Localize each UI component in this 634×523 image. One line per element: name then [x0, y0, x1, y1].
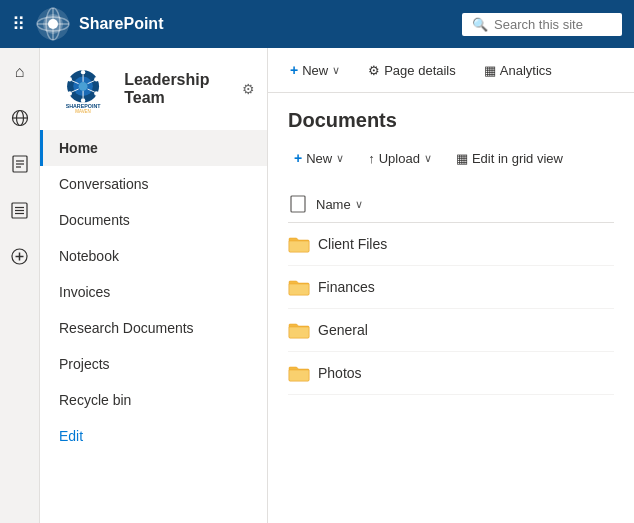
file-row-general[interactable]: General — [288, 309, 614, 352]
site-title-area: Leadership Team ⚙ — [124, 71, 255, 107]
main-area: ⌂ — [0, 48, 634, 523]
file-list-header: Name ∨ — [288, 186, 614, 223]
app-title: SharePoint — [79, 15, 462, 33]
search-icon: 🔍 — [472, 17, 488, 32]
folder-icon-client-files — [288, 233, 310, 255]
site-title: Leadership Team — [124, 71, 238, 107]
sidebar-item-research-documents[interactable]: Research Documents — [40, 310, 267, 346]
svg-point-27 — [94, 77, 98, 81]
svg-text:MAVEN: MAVEN — [75, 109, 90, 114]
name-column-label: Name — [316, 197, 351, 212]
top-nav: ⠿ SharePoint 🔍 — [0, 0, 634, 48]
nav-items: Home Conversations Documents Notebook In… — [40, 130, 267, 454]
sharepoint-logo — [35, 6, 71, 42]
file-row-finances[interactable]: Finances — [288, 266, 614, 309]
search-input[interactable] — [494, 17, 614, 32]
site-settings-icon[interactable]: ⚙ — [242, 81, 255, 97]
file-name-general: General — [318, 322, 368, 338]
svg-text:SHAREPOINT: SHAREPOINT — [66, 103, 102, 109]
documents-section-title: Documents — [288, 109, 614, 132]
sharepoint-maven-logo: SHAREPOINT MAVEN — [52, 64, 114, 114]
page-new-label: New — [302, 63, 328, 78]
sidebar-item-invoices[interactable]: Invoices — [40, 274, 267, 310]
file-name-photos: Photos — [318, 365, 362, 381]
gear-page-icon: ⚙ — [368, 63, 380, 78]
sidebar-item-notebook[interactable]: Notebook — [40, 238, 267, 274]
svg-point-24 — [81, 70, 85, 74]
file-type-header-icon — [288, 194, 308, 214]
doc-upload-button[interactable]: ↑ Upload ∨ — [362, 147, 438, 170]
app-launcher-icon[interactable]: ⠿ — [12, 13, 25, 35]
analytics-label: Analytics — [500, 63, 552, 78]
grid-icon: ▦ — [456, 151, 468, 166]
documents-section: Documents + New ∨ ↑ Upload ∨ ▦ Edit in g… — [268, 93, 634, 523]
folder-icon-photos — [288, 362, 310, 384]
plus-icon: + — [290, 62, 298, 78]
svg-point-28 — [68, 91, 72, 95]
checklist-rail-icon[interactable] — [6, 196, 34, 224]
file-name-client-files: Client Files — [318, 236, 387, 252]
doc-upload-label: Upload — [379, 151, 420, 166]
sidebar-item-conversations[interactable]: Conversations — [40, 166, 267, 202]
globe-rail-icon[interactable] — [6, 104, 34, 132]
upload-icon: ↑ — [368, 151, 375, 166]
analytics-button[interactable]: ▦ Analytics — [478, 59, 558, 82]
svg-rect-38 — [291, 196, 305, 212]
doc-plus-icon: + — [294, 150, 302, 166]
new-chevron-icon: ∨ — [332, 64, 340, 77]
file-name-finances: Finances — [318, 279, 375, 295]
sidebar-logo-area: SHAREPOINT MAVEN Leadership Team ⚙ — [40, 48, 267, 130]
file-row-client-files[interactable]: Client Files — [288, 223, 614, 266]
name-sort-icon: ∨ — [355, 198, 363, 211]
analytics-icon: ▦ — [484, 63, 496, 78]
page-details-label: Page details — [384, 63, 456, 78]
svg-point-23 — [79, 82, 88, 91]
content-area: + New ∨ ⚙ Page details ▦ Analytics Docum… — [268, 48, 634, 523]
icon-rail: ⌂ — [0, 48, 40, 523]
folder-icon-finances — [288, 276, 310, 298]
home-rail-icon[interactable]: ⌂ — [6, 58, 34, 86]
doc-new-chevron-icon: ∨ — [336, 152, 344, 165]
upload-chevron-icon: ∨ — [424, 152, 432, 165]
doc-toolbar: + New ∨ ↑ Upload ∨ ▦ Edit in grid view — [288, 146, 614, 170]
document-rail-icon[interactable] — [6, 150, 34, 178]
doc-new-button[interactable]: + New ∨ — [288, 146, 350, 170]
sidebar-item-edit[interactable]: Edit — [40, 418, 267, 454]
doc-edit-grid-label: Edit in grid view — [472, 151, 563, 166]
file-row-photos[interactable]: Photos — [288, 352, 614, 395]
page-details-button[interactable]: ⚙ Page details — [362, 59, 462, 82]
sidebar-item-projects[interactable]: Projects — [40, 346, 267, 382]
doc-new-label: New — [306, 151, 332, 166]
page-new-button[interactable]: + New ∨ — [284, 58, 346, 82]
svg-point-29 — [94, 91, 98, 95]
name-column-header[interactable]: Name ∨ — [316, 197, 363, 212]
sidebar-item-home[interactable]: Home — [40, 130, 267, 166]
svg-point-26 — [68, 77, 72, 81]
page-toolbar: + New ∨ ⚙ Page details ▦ Analytics — [268, 48, 634, 93]
sidebar-item-documents[interactable]: Documents — [40, 202, 267, 238]
sidebar: SHAREPOINT MAVEN Leadership Team ⚙ Home … — [40, 48, 268, 523]
add-circle-rail-icon[interactable] — [6, 242, 34, 270]
doc-edit-grid-button[interactable]: ▦ Edit in grid view — [450, 147, 569, 170]
sidebar-item-recycle-bin[interactable]: Recycle bin — [40, 382, 267, 418]
folder-icon-general — [288, 319, 310, 341]
search-box[interactable]: 🔍 — [462, 13, 622, 36]
